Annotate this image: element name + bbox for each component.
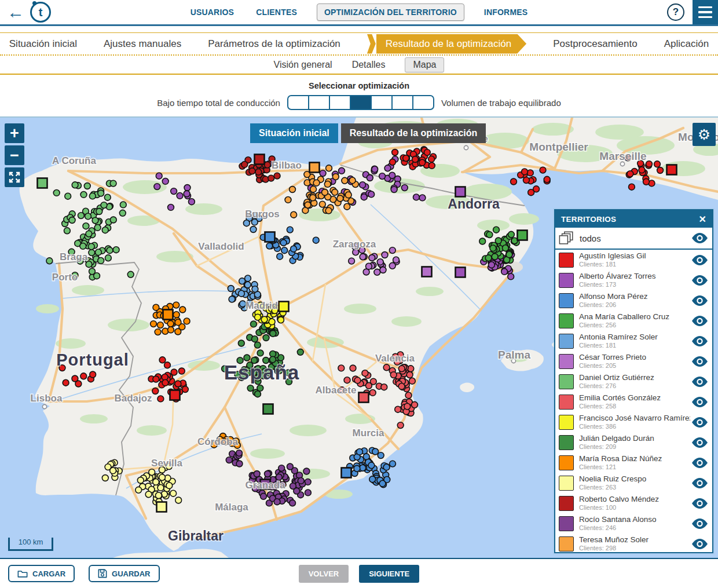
territory-info: Julián Delgado DuránClientes: 209	[579, 434, 690, 450]
tab-situacion-inicial[interactable]: Situación inicial	[9, 38, 77, 50]
visibility-eye-icon[interactable]	[690, 255, 708, 265]
visibility-eye-icon[interactable]	[690, 295, 708, 306]
territory-color-swatch	[559, 374, 574, 389]
territory-color-swatch	[559, 334, 574, 349]
svg-text:Portugal: Portugal	[56, 350, 129, 369]
cargar-button[interactable]: CARGAR	[8, 565, 75, 582]
territory-clients-count: Clientes: 386	[579, 423, 690, 430]
tab-ajustes-manuales[interactable]: Ajustes manuales	[104, 38, 181, 50]
slider-segment-2[interactable]	[329, 95, 351, 110]
slider-segment-5[interactable]	[391, 95, 413, 110]
territory-info: Rocío Santana AlonsoClientes: 246	[579, 515, 690, 531]
tab-resultado-optimizacion[interactable]: Resultado de la optimización	[367, 34, 526, 54]
svg-text:Marseille: Marseille	[599, 150, 646, 162]
territory-row[interactable]: Alfonso Mora PérezClientes: 206	[555, 290, 712, 311]
territory-row[interactable]: Antonia Ramírez SolerClientes: 181	[555, 331, 712, 351]
optimization-selector: Seleccionar optimización Bajo tiempo tot…	[0, 75, 718, 118]
territory-row[interactable]: Alberto Álvarez TorresClientes: 173	[555, 270, 712, 290]
subtab-vision-general[interactable]: Visión general	[274, 60, 332, 70]
eye-icon	[692, 397, 708, 407]
svg-text:Burgos: Burgos	[245, 209, 280, 220]
territory-row[interactable]: Noelia Ruiz CrespoClientes: 263	[555, 473, 712, 493]
svg-text:Sevilla: Sevilla	[151, 458, 182, 469]
territory-clients-count: Clientes: 121	[579, 463, 690, 471]
visibility-eye-icon[interactable]	[690, 377, 708, 387]
territory-name: Alberto Álvarez Torres	[579, 272, 690, 281]
visibility-eye-icon[interactable]	[690, 498, 708, 509]
territory-row[interactable]: Teresa Muñoz SolerClientes: 298	[555, 534, 712, 552]
visibility-eye-icon[interactable]	[690, 437, 708, 448]
selector-title: Seleccionar optimización	[309, 81, 409, 90]
toggle-situacion-inicial[interactable]: Situación inicial	[250, 123, 338, 143]
territory-row[interactable]: Julián Delgado DuránClientes: 209	[555, 432, 712, 452]
visibility-eye-icon[interactable]	[690, 458, 708, 468]
map-zoom-controls: + −	[5, 123, 24, 187]
territory-name: Teresa Muñoz Soler	[579, 535, 690, 545]
territory-row[interactable]: César Torres PrietoClientes: 205	[555, 351, 712, 371]
visibility-eye-icon[interactable]	[690, 233, 708, 243]
territory-clients-count: Clientes: 298	[579, 545, 690, 552]
svg-text:Bilbao: Bilbao	[272, 160, 302, 171]
visibility-eye-icon[interactable]	[690, 539, 708, 549]
slider-segment-6[interactable]	[412, 95, 434, 110]
siguiente-button[interactable]: SIGUIENTE	[359, 565, 419, 583]
territory-color-swatch	[559, 293, 574, 308]
territory-row[interactable]: María Rosa Diaz NúñezClientes: 121	[555, 452, 712, 473]
territory-row[interactable]: Daniel Ortiz GutiérrezClientes: 276	[555, 371, 712, 392]
visibility-eye-icon[interactable]	[690, 397, 708, 407]
territory-row[interactable]: Rocío Santana AlonsoClientes: 246	[555, 513, 712, 534]
territory-row[interactable]: Emilia Cortés GonzálezClientes: 258	[555, 392, 712, 412]
territory-row[interactable]: Agustín Iglesias GilClientes: 181	[555, 250, 712, 270]
fullscreen-button[interactable]	[5, 167, 24, 187]
svg-text:Porto: Porto	[52, 272, 78, 283]
visibility-eye-icon[interactable]	[690, 275, 708, 286]
visibility-eye-icon[interactable]	[690, 417, 708, 428]
territory-row[interactable]: Ana María Caballero CruzClientes: 256	[555, 311, 712, 331]
zoom-in-button[interactable]: +	[5, 123, 24, 143]
territory-row[interactable]: Francisco José Navarro RamírezClientes: …	[555, 412, 712, 432]
close-icon[interactable]: ✕	[699, 214, 706, 225]
subtab-mapa[interactable]: Mapa	[405, 57, 444, 72]
tab-aplicacion[interactable]: Aplicación	[664, 38, 709, 50]
slider-segment-3[interactable]	[350, 95, 372, 110]
visibility-eye-icon[interactable]	[690, 478, 708, 488]
map-settings-gear-icon[interactable]: ⚙	[693, 123, 716, 146]
selector-right-label: Volumen de trabajo equilibrado	[441, 98, 561, 108]
tab-parametros-optimizacion[interactable]: Parámetros de la optimización	[208, 38, 340, 50]
volver-button[interactable]: VOLVER	[299, 565, 349, 583]
territory-color-swatch	[559, 435, 574, 450]
territory-row-todos[interactable]: todos	[555, 228, 712, 250]
territory-clients-count: Clientes: 206	[579, 301, 690, 309]
territory-info: Ana María Caballero CruzClientes: 256	[579, 312, 690, 328]
map-canvas[interactable]: A CoruñaBilbaoBurgosValladolidZaragozaBr…	[0, 118, 718, 558]
optimization-slider[interactable]	[287, 95, 434, 110]
guardar-button[interactable]: GUARDAR	[89, 565, 159, 582]
territory-row[interactable]: Roberto Calvo MéndezClientes: 100	[555, 493, 712, 513]
footer-bar: CARGAR GUARDAR VOLVER SIGUIENTE	[0, 558, 718, 588]
visibility-eye-icon[interactable]	[690, 316, 708, 326]
territory-name: Noelia Ruiz Crespo	[579, 474, 690, 484]
visibility-eye-icon[interactable]	[690, 518, 708, 529]
eye-icon	[692, 539, 708, 549]
territory-info: María Rosa Diaz NúñezClientes: 121	[579, 454, 690, 470]
nav-optimizacion-territorio[interactable]: OPTIMIZACIÓN DEL TERRITORIO	[317, 3, 464, 21]
visibility-eye-icon[interactable]	[690, 336, 708, 346]
tab-postprocesamiento[interactable]: Postprocesamiento	[553, 38, 638, 50]
slider-segment-1[interactable]	[308, 95, 330, 110]
slider-segment-0[interactable]	[287, 95, 309, 110]
nav-clientes[interactable]: CLIENTES	[254, 4, 299, 20]
territory-name: Agustín Iglesias Gil	[579, 251, 690, 261]
svg-text:A Coruña: A Coruña	[52, 155, 96, 166]
nav-informes[interactable]: INFORMES	[482, 4, 530, 20]
nav-usuarios[interactable]: USUARIOS	[188, 4, 237, 20]
territory-color-swatch	[559, 273, 574, 288]
territory-clients-count: Clientes: 263	[579, 484, 690, 491]
eye-icon	[692, 295, 708, 306]
territory-name: Julián Delgado Durán	[579, 434, 690, 443]
toggle-resultado-optimizacion[interactable]: Resultado de la optimización	[341, 123, 486, 143]
subtab-detalles[interactable]: Detalles	[352, 60, 386, 70]
territory-clients-count: Clientes: 173	[579, 281, 690, 288]
zoom-out-button[interactable]: −	[5, 145, 24, 165]
visibility-eye-icon[interactable]	[690, 356, 708, 367]
slider-segment-4[interactable]	[371, 95, 393, 110]
